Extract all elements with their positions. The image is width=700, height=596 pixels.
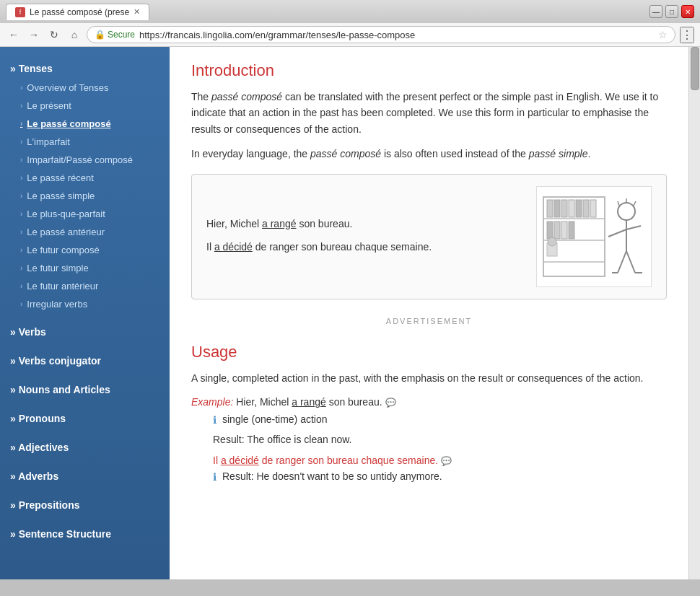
sidebar-item-overview[interactable]: › Overview of Tenses (0, 79, 170, 97)
svg-line-24 (618, 251, 626, 273)
sidebar-tenses-title[interactable]: » Tenses (0, 58, 170, 79)
example-text-1: Hier, Michel a rangé son bureau. Il a dé… (206, 214, 522, 260)
sidebar-item-futur-simple[interactable]: › Le futur simple (0, 259, 170, 277)
sidebar-item-present[interactable]: › Le présent (0, 97, 170, 115)
sidebar-item-imparfait[interactable]: › L'imparfait (0, 133, 170, 151)
browser-content: » Tenses › Overview of Tenses › Le prése… (0, 47, 700, 579)
address-bar[interactable]: 🔒 Secure https://francais.lingolia.com/e… (87, 26, 675, 43)
sidebar-adjectives-title[interactable]: » Adjectives (0, 437, 170, 457)
chevron-icon: › (20, 282, 22, 290)
chrome-menu-button[interactable]: ⋮ (680, 27, 694, 43)
sidebar-item-futur-anterieur[interactable]: › Le futur antérieur (0, 277, 170, 295)
sidebar-sentence-title[interactable]: » Sentence Structure (0, 524, 170, 544)
lock-icon: 🔒 (95, 30, 105, 40)
sidebar-section-adverbs: » Adverbs (0, 460, 170, 489)
svg-line-18 (618, 201, 619, 206)
speech-bubble-icon-2: 💬 (441, 456, 452, 466)
sidebar-nouns-title[interactable]: » Nouns and Articles (0, 380, 170, 400)
double-arrow-icon: » (10, 442, 18, 453)
back-button[interactable]: ← (6, 27, 22, 43)
chevron-icon: › (20, 84, 22, 92)
passe-simple-term: passé simple (529, 148, 588, 159)
chevron-icon: › (20, 192, 22, 200)
sidebar-nouns-label: Nouns and Articles (19, 384, 110, 395)
sidebar-item-label: Le plus-que-parfait (27, 209, 105, 219)
sidebar-pronouns-title[interactable]: » Pronouns (0, 408, 170, 429)
minimize-button[interactable]: — (649, 5, 662, 18)
sidebar-item-passe-compose[interactable]: › Le passé composé (0, 115, 170, 133)
double-arrow-icon: » (10, 470, 18, 482)
sidebar-item-label: L'imparfait (27, 136, 70, 147)
example-box-1: Hier, Michel a rangé son bureau. Il a dé… (191, 174, 667, 299)
main-content[interactable]: Introduction The passé composé can be tr… (170, 47, 688, 579)
tab-close-button[interactable]: ✕ (134, 7, 140, 17)
info-result-text-2: Result: He doesn't want to be so untidy … (222, 470, 442, 482)
svg-line-20 (634, 201, 636, 206)
double-arrow-icon: » (10, 63, 16, 74)
sidebar-section-pronouns: » Pronouns (0, 403, 170, 431)
usage-section: Usage A single, completed action in the … (191, 343, 667, 483)
sidebar-section-tenses: » Tenses › Overview of Tenses › Le prése… (0, 53, 170, 316)
window-controls: — □ ✕ (649, 5, 694, 18)
double-arrow-icon: » (10, 413, 19, 424)
sidebar-item-passe-anterieur[interactable]: › Le passé antérieur (0, 223, 170, 241)
usage-description: A single, completed action in the past, … (191, 370, 667, 386)
svg-rect-10 (590, 200, 596, 217)
svg-rect-4 (547, 200, 553, 217)
sidebar-adverbs-title[interactable]: » Adverbs (0, 466, 170, 486)
svg-rect-5 (554, 200, 560, 217)
sidebar-item-imparfait-passe[interactable]: › Imparfait/Passé composé (0, 151, 170, 169)
passe-compose-term-2: passé composé (310, 148, 381, 159)
scrollbar[interactable] (688, 47, 700, 579)
info-result-text-1: Result: The office is clean now. (213, 432, 351, 447)
example-sentence-suffix: son bureau. (329, 396, 385, 408)
tab-title: Le passé composé (prese (30, 7, 129, 17)
example-line-2: Il a décidé de ranger son bureau chaque … (213, 455, 667, 466)
underline-a-decide: a décidé (214, 241, 253, 253)
title-bar: f Le passé composé (prese ✕ — □ ✕ (0, 0, 700, 23)
chevron-icon: › (20, 300, 22, 308)
info-icon-2: ℹ (213, 471, 216, 483)
sidebar-verbs-title[interactable]: » Verbs (0, 322, 170, 342)
sidebar-sentence-label: Sentence Structure (19, 528, 111, 540)
info-text-1: single (one-time) action (222, 412, 328, 427)
chevron-icon: › (20, 246, 22, 254)
double-arrow-icon: » (10, 528, 19, 540)
sidebar-item-plus-que-parfait[interactable]: › Le plus-que-parfait (0, 205, 170, 223)
sidebar-item-passe-recent[interactable]: › Le passé récent (0, 169, 170, 187)
sidebar-item-label: Irregular verbs (27, 299, 87, 310)
close-button[interactable]: ✕ (681, 5, 694, 18)
sidebar-item-label: Le futur simple (27, 263, 88, 273)
sidebar-tenses-label: Tenses (19, 63, 53, 74)
sidebar-item-label: Overview of Tenses (27, 82, 108, 93)
sidebar-prepositions-label: Prepositions (19, 499, 80, 511)
double-arrow-icon: » (10, 326, 19, 338)
sidebar-item-label: Le passé récent (27, 172, 94, 183)
sidebar-section-verbs-conjugator: » Verbs conjugator (0, 345, 170, 374)
reload-button[interactable]: ↻ (46, 27, 62, 43)
sidebar-conjugator-label: Verbs conjugator (19, 355, 101, 367)
scrollbar-thumb[interactable] (691, 47, 699, 90)
sidebar-item-passe-simple[interactable]: › Le passé simple (0, 187, 170, 205)
home-button[interactable]: ⌂ (66, 27, 82, 43)
forward-button[interactable]: → (26, 27, 42, 43)
sidebar-adverbs-label: Adverbs (18, 470, 58, 482)
underline-a-decide-2: a décidé (221, 455, 259, 466)
example-line-1: Example: Hier, Michel a rangé son bureau… (191, 396, 667, 408)
chevron-icon: › (20, 228, 22, 236)
sidebar-item-label: Le futur composé (27, 245, 99, 255)
sidebar-item-futur-compose[interactable]: › Le futur composé (0, 241, 170, 259)
sidebar-item-label: Le futur antérieur (27, 281, 98, 292)
sidebar-item-irregular[interactable]: › Irregular verbs (0, 295, 170, 313)
sidebar-pronouns-label: Pronouns (19, 413, 66, 424)
sidebar: » Tenses › Overview of Tenses › Le prése… (0, 47, 170, 579)
sidebar-verbs-conjugator-title[interactable]: » Verbs conjugator (0, 351, 170, 371)
intro-paragraph-2: In everyday language, the passé composé … (191, 146, 667, 162)
maximize-button[interactable]: □ (665, 5, 678, 18)
sidebar-prepositions-title[interactable]: » Prepositions (0, 495, 170, 515)
svg-line-25 (626, 251, 635, 273)
bookmark-icon[interactable]: ☆ (658, 29, 668, 40)
browser-tab[interactable]: f Le passé composé (prese ✕ (6, 4, 149, 20)
chevron-icon: › (20, 102, 22, 110)
svg-rect-7 (569, 200, 574, 217)
